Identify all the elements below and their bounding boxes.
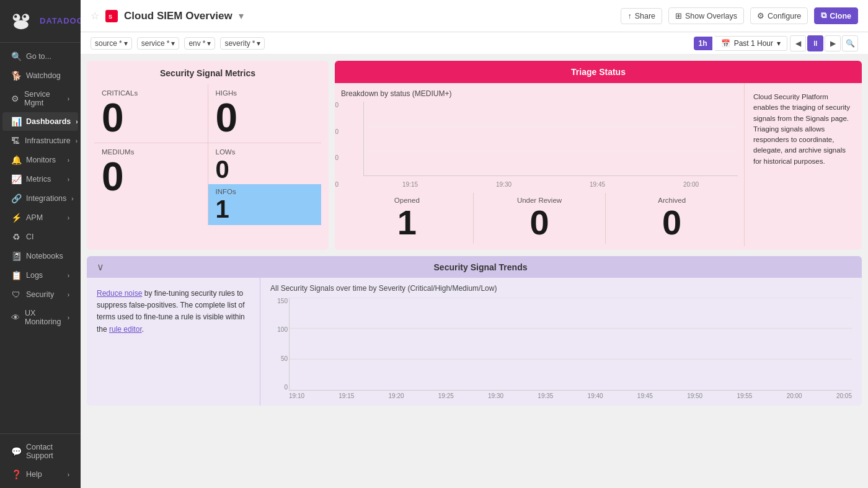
gear-icon: ⚙ bbox=[757, 11, 764, 20]
highs-value: 0 bbox=[216, 98, 314, 138]
dashboard-content: Security Signal Metrics CRITICALs 0 HIGH… bbox=[81, 55, 868, 488]
sidebar-item-security-label: Security bbox=[26, 290, 54, 299]
source-filter[interactable]: source * ▾ bbox=[91, 37, 132, 50]
time-range-text: Past 1 Hour bbox=[734, 39, 773, 48]
configure-label: Configure bbox=[768, 12, 801, 20]
trends-panel-title: Security Signal Trends bbox=[109, 262, 852, 272]
sidebar-item-service-mgmt[interactable]: ⚙ Service Mgmt › bbox=[2, 86, 78, 112]
share-button[interactable]: ↑ Share bbox=[621, 8, 662, 24]
metrics-icon: 📈 bbox=[11, 174, 21, 184]
triage-chart-yaxis: 150 100 50 0 bbox=[335, 102, 339, 188]
sidebar-item-goto-label: Go to... bbox=[26, 52, 51, 61]
source-filter-chevron-icon: ▾ bbox=[124, 39, 128, 48]
sidebar-item-logs[interactable]: 📋 Logs › bbox=[2, 266, 78, 285]
chevron-right-icon: › bbox=[68, 95, 69, 102]
reduce-noise-link[interactable]: Reduce noise bbox=[97, 289, 142, 298]
highs-cell: HIGHs 0 bbox=[208, 84, 322, 143]
sidebar-item-metrics[interactable]: 📈 Metrics › bbox=[2, 170, 78, 189]
service-filter-value: * bbox=[167, 39, 170, 48]
dashboard-row-1: Security Signal Metrics CRITICALs 0 HIGH… bbox=[87, 61, 862, 250]
sidebar: DATADOG 🔍 Go to... 🐕 Watchdog ⚙ Service … bbox=[0, 0, 81, 488]
time-prev-button[interactable]: ◀ bbox=[790, 35, 806, 51]
archived-value: 0 bbox=[612, 205, 732, 240]
sidebar-item-infrastructure[interactable]: 🏗 Infrastructure › bbox=[2, 131, 78, 150]
configure-button[interactable]: ⚙ Configure bbox=[750, 7, 808, 24]
sidebar-item-apm[interactable]: ⚡ APM › bbox=[2, 208, 78, 227]
trends-chart bbox=[289, 298, 852, 391]
trends-body: Reduce noise by fine-tuning security rul… bbox=[87, 278, 862, 406]
trends-header: ∨ Security Signal Trends bbox=[87, 256, 862, 278]
mediums-cell: MEDIUMs 0 bbox=[94, 143, 208, 225]
sidebar-item-notebooks[interactable]: 📓 Notebooks bbox=[2, 247, 78, 265]
rule-editor-link[interactable]: rule editor bbox=[109, 325, 142, 334]
env-filter-label: env bbox=[188, 39, 200, 48]
severity-filter-label: severity bbox=[224, 39, 250, 48]
infos-label: INFOs bbox=[216, 188, 314, 195]
sidebar-item-contact-support[interactable]: 💬 Contact Support bbox=[2, 438, 78, 464]
triage-status-panel: Triage Status Breakdown by status (MEDIU… bbox=[335, 61, 862, 250]
chevron-right-icon: › bbox=[68, 314, 69, 321]
sidebar-item-goto[interactable]: 🔍 Go to... bbox=[2, 47, 78, 66]
sidebar-item-ci[interactable]: ♻ CI bbox=[2, 228, 78, 246]
sidebar-item-dashboards[interactable]: 📊 Dashboards › bbox=[2, 112, 78, 131]
service-filter[interactable]: service * ▾ bbox=[137, 37, 180, 50]
lows-value: 0 bbox=[216, 157, 314, 182]
trends-chart-area: All Security Signals over time by Severi… bbox=[260, 278, 862, 406]
integrations-icon: 🔗 bbox=[11, 193, 21, 203]
triage-chart-title: Breakdown by status (MEDIUM+) bbox=[341, 89, 738, 98]
triage-chart-xaxis: 19:15 19:30 19:45 20:00 bbox=[363, 181, 738, 188]
title-dropdown-icon[interactable]: ▾ bbox=[239, 10, 244, 22]
env-filter-chevron-icon: ▾ bbox=[207, 39, 211, 48]
show-overlays-label: Show Overlays bbox=[685, 12, 737, 20]
time-display-chevron-icon: ▾ bbox=[777, 39, 781, 48]
security-signal-metrics-panel: Security Signal Metrics CRITICALs 0 HIGH… bbox=[87, 61, 329, 250]
sidebar-item-integrations[interactable]: 🔗 Integrations › bbox=[2, 189, 78, 208]
datadog-logo-icon bbox=[7, 7, 35, 35]
trends-chart-title: All Security Signals over time by Severi… bbox=[270, 284, 852, 293]
clone-button[interactable]: ⧉ Clone bbox=[814, 7, 858, 24]
time-preset-button[interactable]: 1h bbox=[694, 37, 712, 50]
service-mgmt-icon: ⚙ bbox=[11, 94, 19, 104]
env-filter[interactable]: env * ▾ bbox=[184, 37, 215, 50]
trends-chart-xaxis: 19:10 19:15 19:20 19:25 19:30 19:35 19:4… bbox=[289, 393, 852, 399]
infos-value: 1 bbox=[216, 197, 314, 221]
apm-icon: ⚡ bbox=[11, 213, 21, 223]
triage-panel-title: Triage Status bbox=[335, 61, 862, 83]
archived-cell: Archived 0 bbox=[606, 193, 738, 244]
severity-filter-value: * bbox=[252, 39, 255, 48]
time-next-button[interactable]: ▶ bbox=[825, 35, 841, 51]
sidebar-item-logs-label: Logs bbox=[26, 271, 43, 280]
time-display[interactable]: 📅 Past 1 Hour ▾ bbox=[715, 36, 787, 51]
triage-body: Breakdown by status (MEDIUM+) 150 100 50… bbox=[335, 83, 862, 246]
opened-value: 1 bbox=[347, 205, 467, 240]
chevron-right-icon: › bbox=[68, 176, 69, 183]
favorite-star-icon[interactable]: ☆ bbox=[91, 10, 99, 22]
chevron-right-icon: › bbox=[71, 195, 73, 202]
svg-point-4 bbox=[14, 15, 17, 17]
chevron-right-icon: › bbox=[68, 471, 69, 478]
trends-collapse-button[interactable]: ∨ bbox=[97, 261, 104, 273]
sidebar-item-integrations-label: Integrations bbox=[26, 194, 66, 203]
triage-main: Breakdown by status (MEDIUM+) 150 100 50… bbox=[335, 83, 744, 246]
dashboard-type-icon: S bbox=[105, 10, 118, 22]
sidebar-item-help[interactable]: ❓ Help › bbox=[2, 465, 78, 484]
severity-filter[interactable]: severity * ▾ bbox=[220, 37, 265, 50]
logo: DATADOG bbox=[0, 0, 81, 43]
sidebar-item-monitors-label: Monitors bbox=[26, 156, 56, 164]
sidebar-item-security[interactable]: 🛡 Security › bbox=[2, 285, 78, 304]
sidebar-item-monitors[interactable]: 🔔 Monitors › bbox=[2, 151, 78, 169]
sidebar-item-watchdog[interactable]: 🐕 Watchdog bbox=[2, 66, 78, 85]
sidebar-item-ux-monitoring[interactable]: 👁 UX Monitoring › bbox=[2, 304, 78, 331]
ux-monitoring-icon: 👁 bbox=[11, 313, 20, 322]
svg-point-5 bbox=[24, 15, 26, 17]
help-icon: ❓ bbox=[11, 469, 21, 479]
show-overlays-button[interactable]: ⊞ Show Overlays bbox=[668, 7, 744, 24]
time-search-button[interactable]: 🔍 bbox=[842, 35, 858, 51]
clone-label: Clone bbox=[830, 12, 851, 20]
sidebar-item-contact-support-label: Contact Support bbox=[26, 443, 69, 460]
under-review-value: 0 bbox=[480, 205, 600, 240]
criticals-cell: CRITICALs 0 bbox=[94, 84, 208, 143]
search-icon: 🔍 bbox=[11, 51, 21, 61]
time-nav-buttons: ◀ ⏸ ▶ 🔍 bbox=[790, 35, 858, 51]
time-pause-button[interactable]: ⏸ bbox=[807, 35, 823, 51]
